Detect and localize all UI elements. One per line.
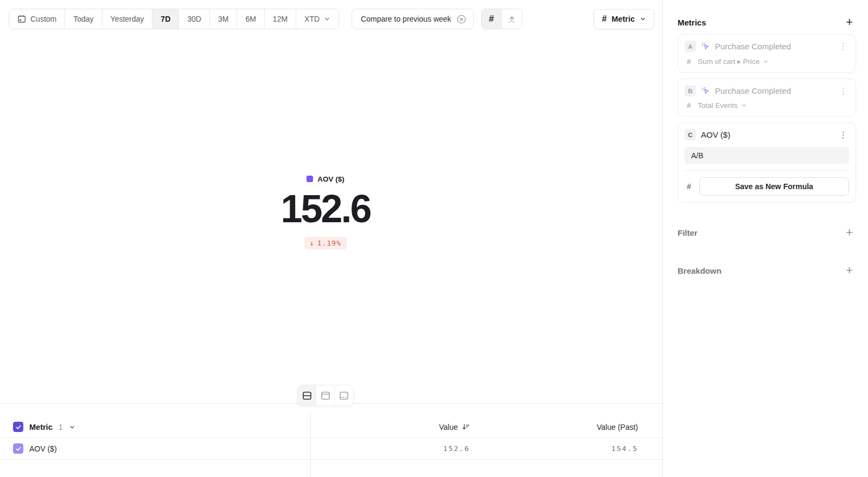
value-column-header[interactable]: Value [439, 423, 458, 431]
date-range-3m[interactable]: 3M [210, 9, 237, 29]
legend-color-swatch [307, 176, 313, 182]
filter-section-header: Filter + [678, 227, 856, 238]
chevron-down-icon [640, 16, 646, 22]
add-filter-button[interactable]: + [843, 227, 856, 238]
date-range-7d[interactable]: 7D [152, 9, 179, 29]
save-as-new-formula-button[interactable]: Save as New Formula [699, 177, 849, 196]
metric-badge: A [685, 41, 696, 52]
metric-badge: C [685, 129, 696, 140]
calendar-icon [17, 15, 26, 23]
date-range-yesterday[interactable]: Yesterday [103, 9, 153, 29]
arrow-up-icon [507, 15, 516, 24]
aggregation-selector[interactable]: Sum of cart ▸ Price [698, 57, 769, 66]
date-range-12m[interactable]: 12M [265, 9, 296, 29]
metrics-table: Metric 1 Value Value (Past) [0, 416, 662, 460]
metric-type-button[interactable]: # Metric [593, 9, 654, 29]
table-row[interactable]: AOV ($) 152.6 154.5 [0, 438, 662, 460]
date-range-today[interactable]: Today [65, 9, 102, 29]
metric-type-label: Metric [611, 15, 635, 23]
select-all-checkbox[interactable] [13, 422, 23, 432]
row-value: 152.6 [443, 444, 470, 453]
layout-view-switcher [297, 385, 354, 406]
chart-legend: AOV ($) [307, 175, 344, 183]
row-metric-name: AOV ($) [29, 444, 57, 453]
date-range-6m[interactable]: 6M [237, 9, 264, 29]
compare-chip-label: Compare to previous week [361, 15, 451, 23]
value-past-column-header[interactable]: Value (Past) [470, 423, 638, 431]
split-view-button[interactable] [298, 385, 316, 405]
value-display-toggle: # [481, 9, 522, 29]
metrics-section-title: Metrics [678, 18, 706, 27]
hash-icon: # [687, 182, 691, 191]
metric-card-b[interactable]: B Purchase Completed ⋮ # Total Events [678, 79, 856, 117]
date-range-label: Custom [30, 15, 56, 23]
card-divider [685, 170, 849, 171]
trend-view-button[interactable] [502, 9, 522, 29]
kebab-menu-icon[interactable]: ⋮ [838, 42, 849, 50]
report-canvas: Custom Today Yesterday 7D 30D 3M 6M 12M … [0, 0, 662, 477]
remove-compare-icon[interactable] [456, 14, 467, 24]
chart-only-view-button[interactable] [316, 385, 335, 405]
arrow-down-icon: ↓ [310, 239, 315, 247]
hash-icon: # [602, 14, 607, 24]
add-metric-button[interactable]: + [843, 16, 856, 28]
report-toolbar: Custom Today Yesterday 7D 30D 3M 6M 12M … [9, 9, 654, 29]
table-only-view-button[interactable] [335, 385, 353, 405]
number-view-button[interactable]: # [482, 9, 502, 29]
filter-section-title: Filter [678, 228, 698, 237]
analytics-app: Custom Today Yesterday 7D 30D 3M 6M 12M … [0, 0, 868, 477]
metric-event-name[interactable]: Purchase Completed [715, 42, 791, 51]
add-breakdown-button[interactable]: + [843, 265, 856, 276]
formula-input[interactable]: A/B [685, 147, 849, 164]
metric-badge: B [685, 85, 696, 96]
chevron-down-icon [324, 16, 330, 22]
hash-icon: # [489, 14, 494, 24]
chevron-down-icon [763, 59, 769, 65]
date-range-selector: Custom Today Yesterday 7D 30D 3M 6M 12M … [9, 9, 339, 29]
metrics-section-header: Metrics + [678, 16, 856, 28]
date-range-30d[interactable]: 30D [179, 9, 210, 29]
delta-value: 1.19% [317, 239, 341, 247]
hash-icon: # [687, 57, 691, 66]
big-number-chart: AOV ($) 152.6 ↓ 1.19% [0, 175, 651, 249]
table-header-row: Metric 1 Value Value (Past) [0, 416, 662, 438]
sparkle-cursor-icon [701, 86, 710, 95]
sparkle-cursor-icon [701, 42, 710, 51]
metric-card-c[interactable]: C AOV ($) ⋮ A/B # Save as New Formula [678, 123, 856, 203]
query-builder-sidebar: Metrics + A Purchase Completed ⋮ # Sum o… [662, 0, 868, 477]
date-range-xtd[interactable]: XTD [296, 9, 339, 29]
formula-metric-name[interactable]: AOV ($) [701, 130, 730, 139]
metric-event-name[interactable]: Purchase Completed [715, 86, 791, 95]
metric-card-a[interactable]: A Purchase Completed ⋮ # Sum of cart ▸ P… [678, 34, 856, 73]
date-range-custom[interactable]: Custom [9, 9, 65, 29]
kebab-menu-icon[interactable]: ⋮ [838, 131, 849, 139]
chevron-down-icon [741, 102, 747, 108]
sort-descending-icon[interactable] [462, 423, 470, 431]
breakdown-section-header: Breakdown + [678, 265, 856, 276]
delta-badge: ↓ 1.19% [304, 237, 347, 249]
compare-chip[interactable]: Compare to previous week [352, 9, 474, 29]
breakdown-section-title: Breakdown [678, 266, 722, 275]
table-column-divider [310, 414, 311, 477]
metric-column-header: Metric [29, 423, 53, 431]
chevron-down-icon[interactable] [69, 424, 75, 430]
metric-count: 1 [59, 423, 63, 431]
hash-icon: # [687, 101, 691, 109]
legend-label: AOV ($) [317, 175, 344, 183]
row-checkbox[interactable] [13, 443, 23, 454]
aggregation-selector[interactable]: Total Events [698, 101, 747, 109]
row-value-past: 154.5 [470, 444, 638, 453]
kebab-menu-icon[interactable]: ⋮ [838, 87, 849, 95]
metric-value: 152.6 [0, 189, 651, 230]
